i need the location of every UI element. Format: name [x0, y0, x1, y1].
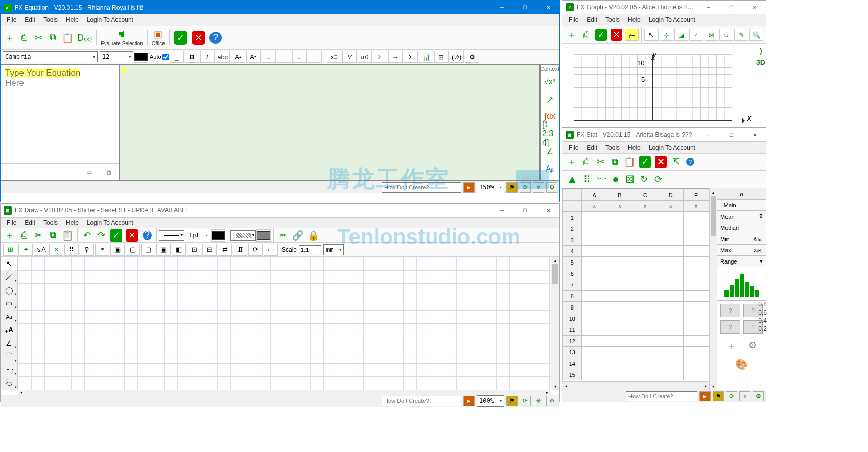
- paste-button[interactable]: 📋: [623, 155, 636, 169]
- template-sum-button[interactable]: Σ: [404, 51, 418, 63]
- circle-tool[interactable]: ◯▾: [1, 283, 17, 297]
- rotate-button[interactable]: ⟳: [248, 244, 263, 256]
- cross-button[interactable]: ✕: [49, 244, 63, 256]
- line-style-combo[interactable]: [159, 230, 184, 241]
- howdo-go-button[interactable]: ▸: [699, 391, 711, 401]
- status-refresh-button[interactable]: ⟳: [726, 391, 737, 401]
- text-tool[interactable]: Aa▾: [1, 310, 17, 323]
- export-button[interactable]: ⇱: [670, 155, 682, 169]
- text-arrow-button[interactable]: ↘A: [34, 244, 48, 256]
- subscript-button[interactable]: A▾: [246, 51, 261, 63]
- cancel-button[interactable]: ✕: [125, 228, 139, 243]
- copy-button[interactable]: ⧉: [46, 31, 59, 44]
- menu-login[interactable]: Login To Account: [645, 142, 699, 153]
- area-tool[interactable]: ◢: [674, 29, 688, 41]
- lock-button[interactable]: 🔒: [307, 229, 320, 242]
- status-flag-button[interactable]: ⚑: [713, 391, 724, 401]
- color-swatch[interactable]: [134, 51, 148, 63]
- select-tool[interactable]: ↖: [1, 257, 17, 270]
- minimize-button[interactable]: ─: [697, 1, 720, 14]
- axes-tool[interactable]: ⊹: [660, 29, 673, 41]
- new-button[interactable]: ＋: [4, 228, 16, 243]
- settings-slot-button[interactable]: ⚙: [748, 340, 757, 352]
- status-gear-button[interactable]: ⚙: [546, 396, 557, 406]
- horizontal-scrollbar[interactable]: ◂▸: [18, 390, 551, 395]
- side-3d-button[interactable]: 3D: [756, 58, 765, 66]
- rectangle-tool[interactable]: ▭▾: [1, 297, 17, 310]
- help-button[interactable]: ?: [208, 31, 223, 45]
- stat-main-row[interactable]: - Main: [717, 200, 766, 211]
- fill-pattern-combo[interactable]: [230, 230, 256, 241]
- graph-canvas[interactable]: y x 10 5: [562, 44, 756, 127]
- scatter-button[interactable]: ⠿: [581, 173, 593, 186]
- undo-button[interactable]: ↶: [81, 229, 93, 242]
- status-refresh-button[interactable]: ⟳: [520, 182, 531, 193]
- fx-graph-titlebar[interactable]: ✓ FX Graph - V20.02.05 - Alice Thorne is…: [562, 1, 766, 14]
- cut-button[interactable]: ✂: [594, 155, 606, 169]
- context-root-button[interactable]: √x³: [542, 74, 557, 89]
- minimize-button[interactable]: ─: [490, 1, 513, 14]
- help-button[interactable]: ?: [141, 229, 153, 242]
- flip-h-button[interactable]: ⇄: [218, 244, 232, 256]
- fx-equation-titlebar[interactable]: x² FX Equation - V20.01.15 - Rhianna Roy…: [1, 1, 559, 14]
- side-expand-icon[interactable]: ⟩: [760, 47, 762, 55]
- menu-help[interactable]: Help: [62, 15, 83, 25]
- layer-backward-button[interactable]: ▢: [126, 244, 140, 256]
- status-bio-button[interactable]: ☣: [533, 182, 544, 193]
- menu-edit[interactable]: Edit: [20, 218, 39, 228]
- howdo-go-button[interactable]: ▸: [463, 182, 475, 193]
- draw-canvas[interactable]: [18, 257, 551, 390]
- zoom-combo[interactable]: 100%: [477, 395, 504, 407]
- status-gear-button[interactable]: ⚙: [753, 391, 764, 401]
- layer-forward-button[interactable]: ▢: [141, 244, 155, 256]
- template-matrix-button[interactable]: ⊞: [434, 51, 449, 63]
- close-button[interactable]: ✕: [536, 1, 559, 14]
- cut-button[interactable]: ✂: [32, 31, 44, 44]
- menu-file[interactable]: File: [565, 15, 582, 25]
- add-slot-button[interactable]: ＋: [726, 340, 736, 352]
- equation-input[interactable]: Type Your Equation Here: [1, 65, 119, 91]
- snap-button[interactable]: ✦: [18, 244, 33, 256]
- insert-equation-button[interactable]: D₍ₓ₎: [76, 31, 93, 44]
- print-button[interactable]: ⎙: [580, 29, 592, 41]
- menu-help[interactable]: Help: [62, 218, 83, 228]
- pen-tool[interactable]: ✎: [734, 29, 748, 41]
- label-tool[interactable]: ₊A: [1, 323, 17, 337]
- maximize-button[interactable]: ☐: [720, 1, 743, 14]
- template-power-button[interactable]: x□: [327, 51, 341, 63]
- menu-login[interactable]: Login To Account: [83, 218, 137, 228]
- print-button[interactable]: ⎙: [580, 156, 592, 169]
- align-justify-button[interactable]: ≣: [308, 51, 322, 63]
- zoom-combo[interactable]: 150%: [477, 182, 504, 193]
- context-angle-button[interactable]: ∠: [542, 144, 557, 159]
- fullscreen-icon[interactable]: ▭: [83, 166, 95, 178]
- strikethrough-button[interactable]: abc: [216, 51, 230, 63]
- new-button[interactable]: ＋: [566, 28, 578, 42]
- menu-file[interactable]: File: [3, 218, 20, 228]
- menu-edit[interactable]: Edit: [20, 15, 39, 25]
- template-stats-button[interactable]: 📊: [419, 51, 433, 63]
- yeq-button[interactable]: y=: [625, 29, 639, 41]
- menu-help[interactable]: Help: [624, 15, 645, 25]
- howdo-input[interactable]: [382, 182, 461, 193]
- copy-button[interactable]: ⧉: [46, 229, 59, 242]
- status-bio-button[interactable]: ☣: [739, 391, 750, 401]
- chart-slot-3[interactable]: ?: [720, 320, 740, 334]
- dots-button[interactable]: ⠿: [64, 244, 79, 256]
- auto-checkbox[interactable]: [162, 54, 169, 60]
- accept-button[interactable]: ✓: [109, 228, 123, 243]
- grid-button[interactable]: ⊞: [3, 244, 17, 256]
- new-button[interactable]: ＋: [566, 155, 578, 169]
- context-format-button[interactable]: Aᵦ: [542, 161, 557, 176]
- intersect-tool[interactable]: ⋈: [705, 29, 718, 41]
- link1-button[interactable]: ⚲: [80, 244, 94, 256]
- layer-back-button[interactable]: ▣: [110, 244, 125, 256]
- tangent-tool[interactable]: ∕: [689, 29, 703, 41]
- stat-h-scrollbar[interactable]: ◂▸: [562, 381, 709, 390]
- menu-help[interactable]: Help: [624, 142, 645, 153]
- menu-edit[interactable]: Edit: [582, 142, 601, 153]
- status-refresh-button[interactable]: ⟳: [520, 396, 531, 406]
- group-button[interactable]: ⊡: [187, 244, 201, 256]
- align-right-button[interactable]: ≡: [292, 51, 307, 63]
- chart-slot-1[interactable]: ?: [720, 304, 740, 317]
